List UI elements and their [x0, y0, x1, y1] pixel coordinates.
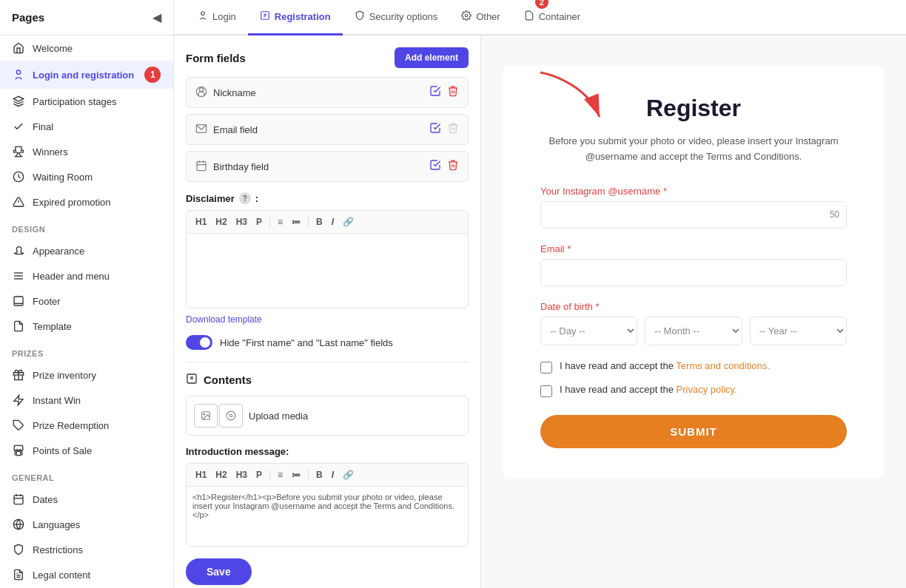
sidebar-item-prize-inventory[interactable]: Prize inventory: [0, 362, 173, 388]
email-input[interactable]: [540, 259, 847, 286]
sidebar-item-prize-redemption[interactable]: Prize Redemption: [0, 413, 173, 438]
save-button[interactable]: Save: [186, 558, 252, 585]
sidebar-item-template[interactable]: Template: [0, 314, 173, 339]
svg-point-28: [465, 14, 468, 17]
tab-container[interactable]: Container: [512, 0, 592, 36]
sidebar-item-appearance[interactable]: Appearance: [0, 238, 173, 263]
privacy-text: I have read and accept the Privacy polic…: [560, 384, 737, 395]
instagram-input-wrapper: 50: [540, 201, 847, 229]
tab-registration[interactable]: Registration 2: [248, 0, 343, 36]
intro-italic-btn[interactable]: I: [329, 468, 337, 481]
intro-h2-btn[interactable]: H2: [212, 468, 229, 481]
sidebar-item-legal-content[interactable]: Legal content: [0, 562, 173, 587]
intro-ul-btn[interactable]: ≡: [275, 468, 286, 481]
instagram-char-count: 50: [830, 209, 839, 220]
submit-button[interactable]: SUBMIT: [540, 415, 847, 448]
sidebar-item-label: Final: [33, 121, 53, 132]
privacy-link[interactable]: Privacy policy.: [677, 384, 737, 395]
gear-tab-icon: [461, 10, 472, 23]
sidebar-item-points-of-sale[interactable]: Points of Sale: [0, 438, 173, 463]
field-nickname-delete[interactable]: [447, 85, 459, 100]
intro-h1-btn[interactable]: H1: [192, 468, 209, 481]
dob-month-select[interactable]: -- Month --: [645, 317, 742, 345]
sidebar-item-expired-promotion[interactable]: Expired promotion: [0, 189, 173, 214]
svg-point-42: [229, 414, 232, 417]
warning-icon: [12, 195, 25, 209]
field-birthday-toggle[interactable]: [429, 159, 441, 174]
field-email-label: Email field: [195, 123, 429, 137]
field-nickname-toggle[interactable]: [429, 85, 441, 100]
preview-description: Before you submit your photo or video, p…: [540, 134, 847, 165]
download-template-link[interactable]: Download template: [186, 314, 469, 325]
field-birthday-label: Birthday field: [195, 160, 429, 174]
disclaimer-bold-btn[interactable]: B: [313, 215, 326, 229]
disclaimer-toolbar: H1 H2 H3 P ≡ ≔ B I 🔗: [187, 211, 468, 234]
svg-rect-15: [14, 496, 23, 504]
tab-security-label: Security options: [369, 11, 438, 22]
sidebar-item-instant-win[interactable]: Instant Win: [0, 388, 173, 413]
svg-point-40: [204, 413, 205, 415]
disclaimer-h3-btn[interactable]: H3: [233, 215, 250, 229]
privacy-checkbox[interactable]: [540, 385, 552, 397]
sidebar-item-languages[interactable]: Languages: [0, 512, 173, 537]
preview-card: Register Before you submit your photo or…: [503, 65, 884, 478]
svg-marker-1: [13, 96, 23, 101]
sidebar-item-label: Expired promotion: [33, 197, 111, 208]
terms-link[interactable]: Terms and conditions.: [676, 360, 769, 371]
instagram-required: *: [663, 186, 667, 197]
sidebar-item-dates[interactable]: Dates: [0, 487, 173, 512]
toggle-label: Hide "First name" and "Last name" fields: [220, 337, 393, 348]
disclaimer-ol-btn[interactable]: ≔: [289, 215, 303, 229]
sidebar-collapse-button[interactable]: ◀: [152, 10, 161, 24]
sidebar-item-footer[interactable]: Footer: [0, 288, 173, 314]
tab-security-options[interactable]: Security options: [343, 0, 450, 36]
upload-video-icon: [219, 404, 243, 428]
add-element-button[interactable]: Add element: [395, 47, 469, 68]
disclaimer-p-btn[interactable]: P: [253, 215, 265, 229]
disclaimer-ul-btn[interactable]: ≡: [275, 215, 286, 229]
sidebar-item-welcome[interactable]: Welcome: [0, 36, 173, 61]
sidebar-item-winners[interactable]: Winners: [0, 139, 173, 164]
intro-content[interactable]: <h1>Register</h1><p>Before you submit yo…: [187, 487, 468, 546]
sidebar-item-login-registration[interactable]: Login and registration 1: [0, 61, 173, 89]
disclaimer-h2-btn[interactable]: H2: [212, 215, 229, 229]
store-icon: [12, 444, 25, 457]
sidebar-item-waiting-room[interactable]: Waiting Room: [0, 164, 173, 189]
disclaimer-label: Disclaimer: [186, 193, 235, 204]
sidebar-item-header-menu[interactable]: Header and menu: [0, 263, 173, 288]
upload-media-area[interactable]: Upload media: [186, 396, 469, 436]
disclaimer-content[interactable]: [187, 234, 468, 308]
intro-bold-btn[interactable]: B: [313, 468, 326, 481]
tab-other-label: Other: [476, 11, 500, 22]
sidebar-item-participation-stages[interactable]: Participation stages: [0, 89, 173, 114]
tab-login[interactable]: Login: [186, 0, 248, 36]
sidebar-item-final[interactable]: Final: [0, 114, 173, 139]
instagram-input[interactable]: [540, 201, 847, 229]
field-birthday: Birthday field: [186, 151, 469, 182]
user-icon: [12, 68, 25, 81]
disclaimer-help-icon[interactable]: ?: [239, 192, 251, 204]
field-birthday-delete[interactable]: [447, 159, 459, 174]
intro-toolbar: H1 H2 H3 P ≡ ≔ B I 🔗: [187, 464, 468, 487]
field-email-toggle[interactable]: [429, 122, 441, 137]
sidebar-item-label: Participation stages: [33, 96, 116, 107]
terms-checkbox[interactable]: [540, 362, 552, 374]
dob-day-select[interactable]: -- Day --: [540, 317, 637, 345]
intro-ol-btn[interactable]: ≔: [289, 468, 303, 481]
field-email-delete: [447, 122, 459, 137]
disclaimer-italic-btn[interactable]: I: [329, 215, 337, 229]
disclaimer-link-btn[interactable]: 🔗: [340, 215, 357, 229]
field-nickname: Nickname: [186, 77, 469, 108]
hide-names-toggle[interactable]: [186, 335, 212, 350]
disclaimer-h1-btn[interactable]: H1: [192, 215, 209, 229]
tab-other[interactable]: Other: [449, 0, 512, 36]
dob-year-select[interactable]: -- Year --: [750, 317, 847, 345]
intro-h3-btn[interactable]: H3: [233, 468, 250, 481]
sidebar-item-restrictions[interactable]: Restrictions: [0, 537, 173, 562]
sidebar-item-label: Appearance: [33, 246, 84, 257]
sidebar-badge-1: 1: [144, 67, 161, 83]
intro-link-btn[interactable]: 🔗: [340, 468, 357, 481]
sidebar-title: Pages: [12, 11, 44, 24]
intro-p-btn[interactable]: P: [253, 468, 265, 481]
sidebar-item-label: Dates: [33, 494, 58, 505]
